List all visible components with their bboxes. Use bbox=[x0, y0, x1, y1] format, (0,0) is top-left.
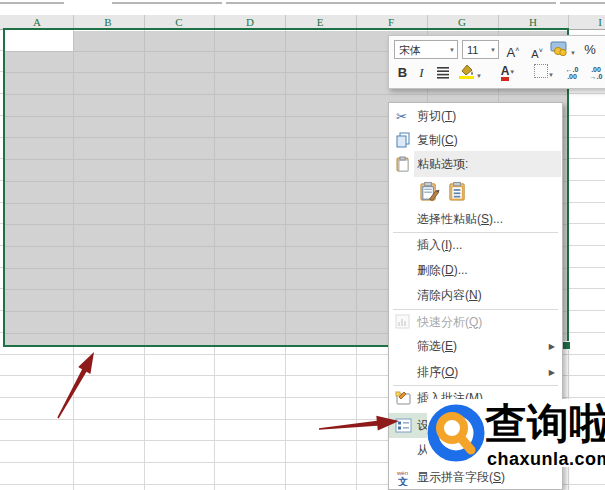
decrease-font-size-button[interactable]: A˅ bbox=[527, 41, 547, 64]
borders-button[interactable]: ▼ bbox=[529, 64, 559, 81]
name-box-edge bbox=[0, 2, 64, 4]
watermark-domain-text: chaxunla.com bbox=[487, 449, 605, 470]
percent-glyph: % bbox=[584, 42, 596, 57]
bold-button[interactable]: B bbox=[395, 64, 410, 82]
paste-options-buttons bbox=[389, 178, 592, 208]
paste-values-icon[interactable] bbox=[447, 181, 475, 205]
shrink-font-letter: A bbox=[531, 48, 538, 60]
column-header-i[interactable]: I bbox=[598, 15, 602, 29]
pinyin-icon: wén文 bbox=[389, 469, 417, 486]
formula-bar-edge bbox=[560, 2, 605, 4]
svg-text:文: 文 bbox=[397, 476, 408, 486]
chevron-down-icon[interactable]: ▼ bbox=[449, 41, 455, 60]
column-header-f[interactable]: F bbox=[388, 15, 394, 29]
menu-item-删除[interactable]: 删除(D)... bbox=[389, 258, 562, 283]
menu-item-选择性粘贴[interactable]: 选择性粘贴(S)... bbox=[389, 207, 562, 231]
column-header-b[interactable]: B bbox=[104, 15, 111, 29]
increase-decimal-button[interactable]: ←.0 .00 bbox=[561, 66, 583, 80]
font-color-button[interactable]: A▼ bbox=[493, 63, 523, 81]
formula-bar-edge bbox=[112, 2, 222, 4]
menu-item-label: 排序(O) bbox=[417, 364, 458, 381]
grow-font-letter: A bbox=[507, 45, 516, 60]
italic-glyph: I bbox=[419, 65, 423, 80]
menu-item-label: 快速分析(Q) bbox=[417, 314, 482, 331]
watermark-brand-text: 查询啦 bbox=[485, 400, 605, 448]
column-header-e[interactable]: E bbox=[317, 15, 324, 29]
percent-style-button[interactable]: % bbox=[581, 40, 599, 60]
increase-decimal-icon: ←.0 bbox=[566, 66, 579, 73]
submenu-arrow-icon: ▶ bbox=[549, 342, 555, 351]
menu-item-插入[interactable]: 插入(I)... bbox=[389, 233, 562, 258]
fill-color-button[interactable]: ▼ bbox=[455, 63, 485, 82]
column-header-d[interactable]: D bbox=[246, 15, 254, 29]
mini-toolbar: 宋体 ▼ 11 ▼ A˄ A˅ ▼ % B I ▼ bbox=[388, 35, 605, 89]
fill-color-icon bbox=[458, 63, 476, 79]
menu-item-label: 复制(C) bbox=[417, 132, 458, 149]
menu-item-label: 剪切(T) bbox=[417, 108, 456, 125]
increase-font-size-button[interactable]: A˄ bbox=[503, 40, 523, 63]
quick-analysis-icon bbox=[389, 314, 417, 330]
menu-item-label: 粘贴选项: bbox=[417, 156, 468, 173]
center-align-button[interactable] bbox=[434, 66, 452, 82]
column-header-a[interactable]: A bbox=[33, 15, 41, 29]
menu-item-label: 清除内容(N) bbox=[417, 287, 482, 304]
font-name-dropdown[interactable]: 宋体 ▼ bbox=[394, 40, 458, 59]
chevron-down-icon[interactable]: ▼ bbox=[509, 69, 515, 75]
borders-icon bbox=[534, 64, 548, 78]
menu-item-粘贴选项[interactable]: 粘贴选项: bbox=[389, 151, 562, 177]
column-header-c[interactable]: C bbox=[175, 15, 182, 29]
formula-bar-remnant bbox=[0, 0, 605, 15]
format-cells-icon bbox=[389, 418, 417, 433]
chaxunla-logo-icon bbox=[425, 401, 487, 467]
font-name-value: 宋体 bbox=[399, 44, 421, 56]
excel-window: { "spreadsheet": { "column_headers": ["A… bbox=[0, 0, 605, 490]
menu-item-剪切[interactable]: ✂剪切(T) bbox=[389, 104, 562, 129]
accounting-format-icon bbox=[550, 41, 570, 56]
menu-item-快速分析: 快速分析(Q) bbox=[389, 310, 562, 335]
menu-item-清除内容[interactable]: 清除内容(N) bbox=[389, 283, 562, 308]
chevron-down-icon[interactable]: ▼ bbox=[548, 72, 554, 78]
clipboard-icon bbox=[389, 156, 417, 172]
menu-item-label: 删除(D)... bbox=[417, 262, 468, 279]
submenu-arrow-icon: ▶ bbox=[549, 368, 555, 377]
column-header-h[interactable]: H bbox=[529, 15, 537, 29]
cut-icon: ✂ bbox=[389, 108, 417, 124]
menu-item-复制[interactable]: 复制(C) bbox=[389, 128, 562, 153]
menu-item-筛选[interactable]: 筛选(E)▶ bbox=[389, 334, 562, 359]
watermark: 查询啦 chaxunla.com bbox=[427, 399, 605, 467]
formula-bar-edge bbox=[226, 2, 556, 4]
bold-glyph: B bbox=[398, 65, 407, 80]
copy-icon bbox=[389, 132, 417, 148]
decrease-decimal-icon2: →.0 bbox=[590, 73, 603, 80]
menu-item-label: 插入(I)... bbox=[417, 237, 462, 254]
svg-text:✂: ✂ bbox=[396, 109, 407, 124]
menu-item-排序[interactable]: 排序(O)▶ bbox=[389, 360, 562, 385]
comment-icon bbox=[389, 391, 417, 406]
menu-item-label: 显示拼音字段(S) bbox=[417, 469, 505, 486]
center-align-icon bbox=[436, 66, 450, 79]
paste-keep-formatting-icon[interactable] bbox=[419, 181, 447, 205]
font-size-value: 11 bbox=[467, 44, 478, 56]
font-size-dropdown[interactable]: 11 ▼ bbox=[462, 40, 499, 59]
italic-button[interactable]: I bbox=[415, 64, 428, 82]
decrease-decimal-icon: .00 bbox=[591, 66, 601, 73]
column-header-g[interactable]: G bbox=[458, 15, 466, 29]
menu-item-label: 选择性粘贴(S)... bbox=[417, 211, 503, 228]
chevron-down-icon[interactable]: ▼ bbox=[476, 73, 482, 79]
decrease-decimal-button[interactable]: .00 →.0 bbox=[585, 66, 605, 80]
chevron-down-icon[interactable]: ▼ bbox=[570, 50, 576, 56]
increase-decimal-icon2: .00 bbox=[567, 73, 577, 80]
menu-item-label: 筛选(E) bbox=[417, 338, 457, 355]
chevron-down-icon[interactable]: ▼ bbox=[490, 41, 496, 60]
accounting-format-button[interactable]: ▼ bbox=[549, 41, 577, 59]
fill-handle[interactable] bbox=[562, 341, 571, 350]
